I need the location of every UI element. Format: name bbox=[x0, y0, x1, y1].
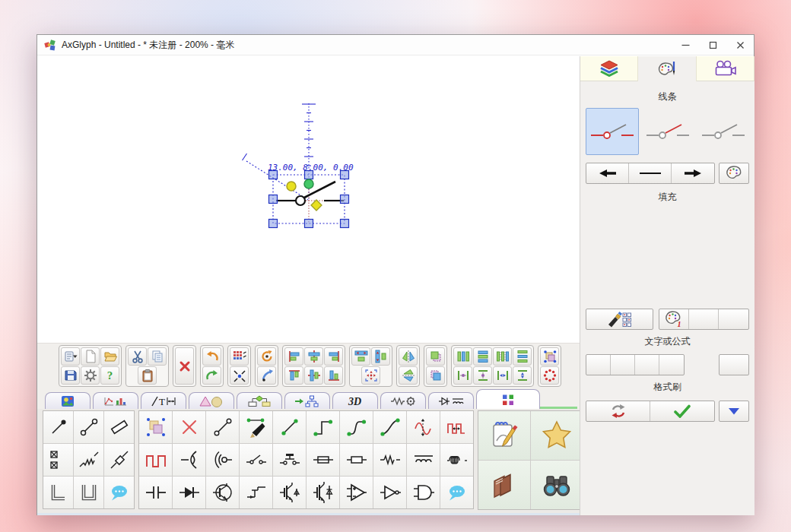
flip-horizontal-button[interactable] bbox=[399, 347, 418, 366]
delete-button[interactable] bbox=[175, 347, 194, 385]
new-file-button[interactable] bbox=[81, 347, 100, 366]
diode-cell[interactable] bbox=[173, 477, 205, 508]
horizontal-spacing-button[interactable] bbox=[453, 366, 472, 385]
match-width-button[interactable] bbox=[351, 347, 370, 366]
yellow-control-handle[interactable] bbox=[287, 182, 296, 191]
align-middle-button[interactable] bbox=[304, 366, 323, 385]
line-end-arrow-button[interactable] bbox=[672, 163, 714, 183]
channel-u-cell[interactable] bbox=[74, 477, 103, 508]
flip-vertical-button[interactable] bbox=[399, 366, 418, 385]
push-button-cell[interactable] bbox=[273, 444, 306, 476]
tab-mechanical[interactable] bbox=[380, 392, 426, 409]
tab-shapes[interactable] bbox=[189, 392, 234, 409]
wave-pulse-cell[interactable] bbox=[440, 411, 473, 443]
segment-circles-cell[interactable] bbox=[74, 411, 103, 443]
format-painter-swap-button[interactable] bbox=[586, 401, 650, 421]
resistor-box-cell[interactable] bbox=[340, 444, 373, 476]
undo-button[interactable] bbox=[202, 347, 221, 366]
send-to-back-button[interactable] bbox=[426, 366, 445, 385]
equal-height-button[interactable] bbox=[473, 347, 492, 366]
text-slot-2-button[interactable] bbox=[611, 355, 635, 375]
tab-clipart[interactable] bbox=[45, 392, 91, 409]
step-line-cell[interactable] bbox=[307, 411, 339, 443]
fill-slot-3-button[interactable] bbox=[719, 309, 748, 329]
selection-handle[interactable] bbox=[269, 220, 278, 228]
selection-handle[interactable] bbox=[341, 195, 349, 204]
fuse-cell[interactable] bbox=[307, 444, 339, 476]
shrink-vertical-gap-button[interactable] bbox=[513, 366, 532, 385]
star-cell[interactable] bbox=[531, 411, 583, 460]
title-bar[interactable]: AxGlyph - Untitled - * 未注册 - 200% - 毫米 bbox=[37, 35, 754, 55]
opamp-cell[interactable] bbox=[340, 477, 373, 508]
selection-handle[interactable] bbox=[305, 171, 313, 179]
align-right-button[interactable] bbox=[324, 347, 343, 366]
terminal-pair-cell[interactable] bbox=[43, 444, 73, 476]
line-green-ends-cell[interactable] bbox=[273, 411, 306, 443]
group-button[interactable] bbox=[540, 347, 559, 366]
equal-vertical-gap-button[interactable] bbox=[513, 347, 532, 366]
tab-symbol-libraries[interactable] bbox=[476, 389, 540, 409]
note-bubble-cell[interactable] bbox=[104, 477, 134, 508]
books-cell[interactable] bbox=[478, 461, 530, 509]
plug-diag-cell[interactable] bbox=[104, 444, 134, 476]
center-in-page-button[interactable] bbox=[361, 366, 380, 385]
rect-rotated-cell[interactable] bbox=[104, 411, 134, 443]
redo-button[interactable] bbox=[202, 366, 221, 385]
line-style-switch-gray[interactable] bbox=[697, 108, 750, 155]
yellow-diamond-handle[interactable] bbox=[311, 200, 322, 211]
grid-snap-button[interactable] bbox=[230, 347, 249, 366]
close-button[interactable] bbox=[726, 35, 754, 55]
fill-slot-2-button[interactable] bbox=[689, 309, 719, 329]
ungroup-button[interactable] bbox=[540, 366, 559, 385]
equal-width-button[interactable] bbox=[453, 347, 472, 366]
and-gate-cell[interactable] bbox=[407, 477, 440, 508]
selection-handle[interactable] bbox=[305, 220, 313, 228]
format-painter-apply-button[interactable] bbox=[650, 401, 714, 421]
free-rotate-button[interactable] bbox=[257, 366, 276, 385]
align-left-button[interactable] bbox=[284, 347, 303, 366]
step-rounded-cell[interactable] bbox=[340, 411, 373, 443]
line-body-button[interactable] bbox=[629, 163, 672, 183]
tab-three-d[interactable]: 3D bbox=[332, 392, 378, 409]
curve-s-cell[interactable] bbox=[373, 411, 406, 443]
align-center-vertical-button[interactable] bbox=[304, 347, 323, 366]
draw-pencil-cell[interactable] bbox=[240, 411, 272, 443]
paste-button[interactable] bbox=[138, 366, 157, 385]
node-edit-button[interactable] bbox=[230, 366, 249, 385]
capacitor-cell[interactable] bbox=[139, 477, 172, 508]
switch-small-cell[interactable] bbox=[240, 444, 272, 476]
bring-to-front-button[interactable] bbox=[426, 347, 445, 366]
maximize-button[interactable] bbox=[699, 35, 726, 55]
tab-draw-text[interactable]: T bbox=[141, 392, 186, 409]
panel-tab-layers[interactable] bbox=[580, 56, 638, 81]
selection-handle[interactable] bbox=[341, 171, 349, 179]
rotate-button[interactable] bbox=[257, 347, 276, 366]
text-slot-5-button[interactable] bbox=[719, 354, 749, 375]
note-bubble-cell[interactable] bbox=[440, 477, 473, 508]
inductor-bar-cell[interactable] bbox=[407, 444, 440, 476]
text-slot-3-button[interactable] bbox=[635, 355, 659, 375]
drawing-canvas[interactable]: 13.00, 8.00, 0.00 bbox=[37, 56, 580, 343]
selection-handle[interactable] bbox=[269, 195, 278, 204]
tab-tree-diagram[interactable] bbox=[284, 392, 330, 409]
channel-l-cell[interactable] bbox=[43, 477, 73, 508]
igbt-diode-cell[interactable] bbox=[307, 477, 339, 508]
loop-antenna-cell[interactable] bbox=[206, 444, 239, 476]
delete-red-x-cell[interactable] bbox=[173, 411, 205, 443]
match-height-button[interactable] bbox=[371, 347, 390, 366]
text-slot-4-button[interactable] bbox=[659, 355, 684, 375]
buffer-gate-cell[interactable] bbox=[373, 477, 406, 508]
fill-style-button[interactable] bbox=[586, 309, 653, 330]
settings-button[interactable] bbox=[81, 366, 100, 385]
line-start-arrow-button[interactable] bbox=[586, 163, 629, 183]
open-file-button[interactable] bbox=[100, 347, 119, 366]
format-painter-expand-button[interactable] bbox=[719, 401, 749, 422]
panel-tab-camera[interactable] bbox=[697, 56, 754, 81]
text-slot-1-button[interactable] bbox=[586, 355, 611, 375]
tab-flowchart[interactable] bbox=[237, 392, 282, 409]
symbol-select-cell[interactable] bbox=[139, 411, 172, 443]
shrink-horizontal-gap-button[interactable] bbox=[493, 366, 512, 385]
notebook-sketch-cell[interactable] bbox=[478, 411, 530, 460]
line-color-palette-button[interactable] bbox=[719, 163, 749, 184]
save-file-button[interactable] bbox=[61, 366, 80, 385]
